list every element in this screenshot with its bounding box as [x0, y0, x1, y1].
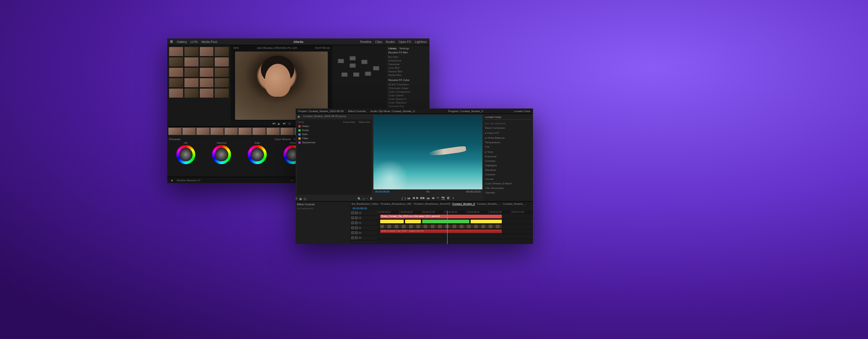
- toggle-icon[interactable]: [351, 212, 354, 214]
- gallery-thumb[interactable]: [200, 57, 214, 66]
- play-icon[interactable]: ▶: [416, 196, 419, 200]
- timeline-clip[interactable]: [471, 220, 502, 223]
- bin-icon[interactable]: ▣: [297, 115, 300, 118]
- toggle-icon[interactable]: [355, 212, 358, 214]
- project-bin[interactable]: Name Frame Rate Media Start Video Audio …: [297, 119, 372, 195]
- timeline-clip[interactable]: [280, 127, 294, 135]
- panel-tab-project[interactable]: Project: Curated_Models_2022-08-05: [298, 110, 344, 113]
- lumetri-section[interactable]: Basic Correction: [485, 126, 531, 130]
- toggle-icon[interactable]: [355, 226, 358, 229]
- step-fwd-icon[interactable]: ▶▶: [420, 196, 425, 200]
- panel-tab-program[interactable]: Program: Curated_Models_0: [448, 110, 483, 113]
- bin-item[interactable]: Video: [298, 124, 370, 128]
- prev-clip-icon[interactable]: ⏮: [273, 122, 275, 125]
- lumetri-slider[interactable]: Tint: [485, 145, 531, 149]
- lumetri-slider[interactable]: Shadows: [485, 168, 531, 172]
- tab-media-pool[interactable]: Media Pool: [201, 40, 217, 43]
- fx-item[interactable]: Radial Blur: [388, 73, 428, 77]
- gallery-thumb[interactable]: [184, 78, 198, 87]
- primaries-tab-wheels[interactable]: Color Wheels: [275, 138, 291, 141]
- track-header-a2[interactable]: A2: [350, 231, 377, 235]
- node[interactable]: [341, 72, 348, 77]
- timeline-clip[interactable]: [380, 225, 502, 228]
- gallery-thumb[interactable]: [184, 68, 198, 77]
- toggle-icon[interactable]: [351, 226, 354, 229]
- lumetri-section[interactable]: Color Wheels & Match: [485, 181, 531, 186]
- node[interactable]: [349, 63, 356, 68]
- toggle-icon[interactable]: [351, 217, 354, 219]
- toggle-icon[interactable]: [351, 236, 354, 239]
- tab-timeline[interactable]: Timeline: [360, 40, 372, 43]
- lumetri-section[interactable]: Curves: [485, 177, 531, 181]
- track-header-v1[interactable]: V1: [350, 221, 377, 226]
- audio-track-a2[interactable]: [377, 234, 533, 239]
- timeline-clip[interactable]: [238, 127, 252, 135]
- fx-item[interactable]: Color Compressor: [388, 90, 428, 94]
- fx-item[interactable]: Directional: [388, 59, 428, 62]
- gallery-thumb[interactable]: [169, 57, 183, 66]
- gallery-thumb[interactable]: [215, 78, 229, 87]
- program-tc-current[interactable]: 00:00:08:05: [375, 190, 390, 195]
- lumetri-slider[interactable]: Exposure: [485, 154, 531, 159]
- track-header-v2[interactable]: V2: [350, 216, 377, 221]
- program-fit[interactable]: Fit: [426, 190, 429, 195]
- play-icon[interactable]: ▶: [278, 122, 280, 125]
- media-page-icon[interactable]: ▭: [291, 179, 293, 182]
- sequence-tab[interactable]: Curated_Models_…: [503, 202, 527, 205]
- tab-luts[interactable]: LUTs: [190, 40, 198, 43]
- loop-icon[interactable]: ⟳: [288, 122, 291, 125]
- node[interactable]: [353, 72, 359, 77]
- new-bin-icon[interactable]: ▢: [363, 197, 365, 200]
- node[interactable]: [373, 66, 379, 71]
- goto-in-icon[interactable]: ⏮: [407, 197, 410, 200]
- timeline-clip[interactable]: [224, 127, 238, 135]
- program-viewer[interactable]: [373, 115, 482, 189]
- gamma-color-wheel[interactable]: [212, 145, 231, 164]
- step-back-icon[interactable]: ◀: [412, 196, 415, 200]
- video-track-v3[interactable]: Scene_Curated_Clip_0410.mov (clip speed …: [377, 214, 533, 219]
- gallery-icon[interactable]: ▦: [170, 40, 173, 43]
- tab-gallery[interactable]: Gallery: [177, 40, 187, 43]
- col-name[interactable]: Name: [298, 121, 304, 123]
- fx-item[interactable]: Box Blur: [388, 55, 428, 59]
- lumetri-section[interactable]: Creative: [485, 172, 531, 177]
- icon-view-icon[interactable]: ▦: [299, 197, 302, 200]
- col-framerate[interactable]: Frame Rate: [343, 121, 355, 123]
- timeline-audio-clip[interactable]: audio Curated_Clip_0410 – speed 110.1%: [380, 230, 502, 233]
- fx-item[interactable]: Mosaic Blur: [388, 70, 428, 73]
- lift-color-wheel[interactable]: [176, 145, 195, 164]
- timeline-clip[interactable]: [182, 127, 196, 135]
- timeline-clip[interactable]: [422, 220, 469, 223]
- gallery-thumb[interactable]: [215, 68, 229, 77]
- fx-item[interactable]: ACES Transform: [388, 83, 428, 86]
- audio-track-a1[interactable]: audio Curated_Clip_0410 – speed 110.1%: [377, 229, 533, 234]
- bin-item[interactable]: Audio: [298, 128, 370, 132]
- gallery-thumb[interactable]: [169, 89, 183, 98]
- gain-color-wheel[interactable]: [248, 145, 267, 164]
- new-item-icon[interactable]: ▫: [367, 197, 368, 200]
- next-clip-icon[interactable]: ⏭: [283, 122, 286, 125]
- timeline-tracks[interactable]: 00:00:05:00 00:00:06:00 00:00:07:00 00:0…: [377, 211, 533, 244]
- timeline-clip[interactable]: Scene_Curated_Clip_0410.mov (clip speed …: [380, 215, 502, 218]
- gallery-thumb[interactable]: [215, 89, 229, 98]
- extract-icon[interactable]: ✂: [437, 196, 439, 200]
- node[interactable]: [338, 59, 344, 63]
- tab-clips[interactable]: Clips: [375, 40, 382, 43]
- fx-item[interactable]: Color Gamut: [388, 94, 428, 97]
- sequence-tab[interactable]: Curated_Models_0: [452, 202, 475, 206]
- track-header-v3[interactable]: V3: [350, 211, 377, 216]
- toggle-icon[interactable]: [351, 231, 354, 234]
- panel-tab-audio[interactable]: Audio Clip Mixer: Curated_Models_0…: [370, 110, 417, 113]
- goto-out-icon[interactable]: ⏭: [427, 197, 430, 200]
- timeline-clip[interactable]: [168, 127, 182, 135]
- freeform-icon[interactable]: ◫: [304, 197, 307, 200]
- lumetri-slider[interactable]: Contrast: [485, 159, 531, 163]
- gallery-thumb[interactable]: [215, 47, 229, 56]
- fx-tab-settings[interactable]: Settings: [399, 47, 409, 50]
- lumetri-slider[interactable]: Temperature: [485, 140, 531, 145]
- toggle-icon[interactable]: [351, 221, 354, 224]
- col-mediastart[interactable]: Media Start: [359, 121, 370, 123]
- search-icon[interactable]: 🔍: [358, 197, 361, 200]
- lumetri-row[interactable]: ▸ Tone: [485, 149, 531, 154]
- fx-item[interactable]: Gaussian: [388, 62, 428, 66]
